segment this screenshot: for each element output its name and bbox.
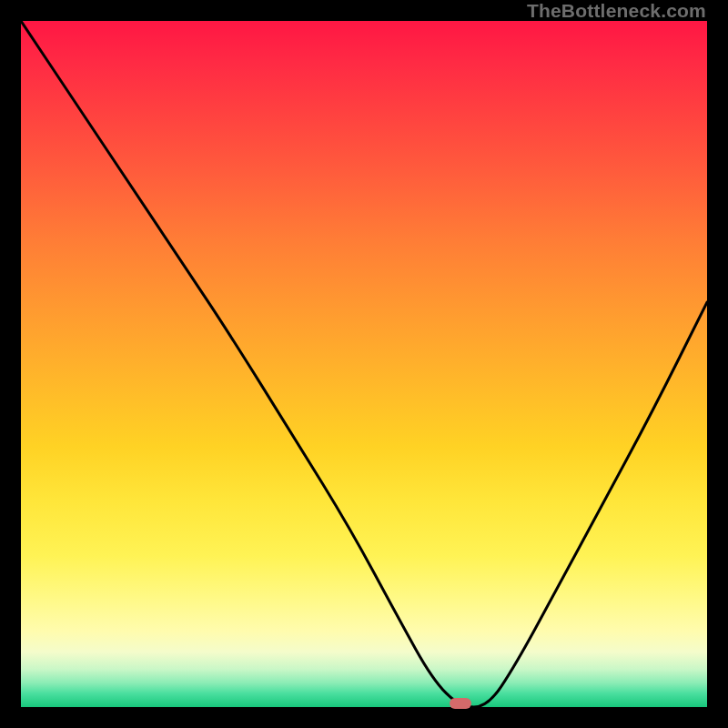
trough-marker	[450, 698, 471, 709]
watermark-text: TheBottleneck.com	[527, 0, 706, 22]
gradient-plot-area	[21, 21, 707, 707]
